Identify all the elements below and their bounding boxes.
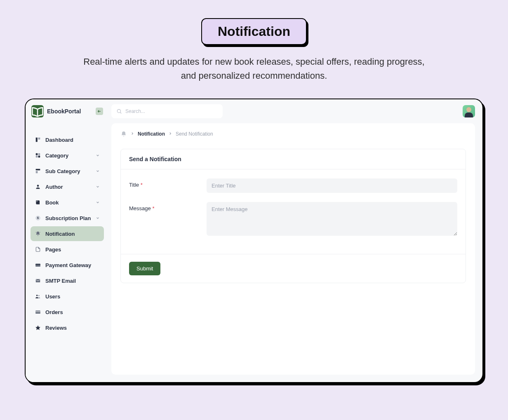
sidebar: EbookPortal Dashboard Category Sub Ca [26, 99, 108, 382]
svg-point-17 [36, 295, 38, 296]
svg-rect-5 [38, 153, 40, 155]
sidebar-item-label: Pages [45, 246, 61, 253]
title-input[interactable] [207, 178, 457, 193]
dollar-icon: $ [35, 215, 41, 221]
sidebar-item-reviews[interactable]: Reviews [31, 320, 104, 335]
submit-button[interactable]: Submit [129, 262, 160, 275]
svg-point-10 [37, 185, 39, 187]
sidebar-item-book[interactable]: Book [31, 195, 104, 210]
svg-rect-3 [38, 138, 40, 140]
book-open-icon [31, 105, 44, 117]
breadcrumb: Notification Send Notification [120, 131, 466, 137]
main-area: Notification Send Notification Send a No… [108, 99, 482, 382]
topbar [108, 99, 482, 123]
sidebar-item-users[interactable]: Users [31, 289, 104, 304]
breadcrumb-link[interactable]: Notification [138, 131, 165, 137]
title-label: Title * [129, 178, 207, 188]
search-icon [116, 108, 122, 114]
dashboard-icon [35, 136, 41, 143]
grid-icon [35, 152, 41, 159]
sidebar-item-label: Dashboard [45, 137, 73, 143]
sidebar-item-category[interactable]: Category [31, 148, 104, 163]
svg-point-18 [38, 295, 40, 296]
svg-rect-4 [36, 153, 38, 155]
form-row-message: Message * [129, 202, 457, 236]
sidebar-item-dashboard[interactable]: Dashboard [31, 132, 104, 147]
svg-rect-7 [38, 156, 40, 158]
sidebar-item-label: Category [45, 153, 68, 159]
sidebar-item-orders[interactable]: Orders [31, 305, 104, 319]
chevron-down-icon [96, 153, 100, 159]
brand-row: EbookPortal [31, 105, 104, 125]
sidebar-nav: Dashboard Category Sub Category Author [31, 132, 104, 335]
bell-icon [35, 230, 41, 237]
svg-rect-16 [36, 279, 40, 282]
svg-marker-21 [35, 325, 40, 330]
svg-rect-19 [35, 311, 40, 314]
form-row-title: Title * [129, 178, 457, 193]
star-icon [35, 324, 41, 331]
sidebar-item-notification[interactable]: Notification [31, 226, 104, 241]
arrow-left-icon [97, 109, 101, 113]
sidebar-item-pages[interactable]: Pages [31, 242, 104, 257]
sidebar-item-label: Sub Category [45, 168, 80, 174]
brand-name: EbookPortal [47, 108, 81, 115]
bell-icon [120, 131, 127, 137]
sidebar-item-smtp[interactable]: SMTP Email [31, 273, 104, 288]
svg-rect-20 [35, 312, 40, 312]
message-textarea[interactable] [207, 202, 457, 236]
svg-rect-2 [36, 138, 38, 142]
svg-point-22 [117, 110, 120, 113]
svg-rect-9 [36, 171, 38, 173]
sidebar-item-subscription[interactable]: $ Subscription Plan [31, 211, 104, 225]
svg-rect-11 [37, 201, 38, 202]
page-container: Notification Real-time alerts and update… [0, 0, 508, 420]
content-panel: Notification Send Notification Send a No… [111, 123, 475, 375]
sidebar-item-label: Subscription Plan [45, 215, 91, 221]
chevron-down-icon [96, 199, 100, 206]
svg-rect-15 [35, 264, 40, 265]
mail-icon [35, 277, 41, 284]
sidebar-item-label: Users [45, 293, 60, 300]
layout-icon [35, 168, 41, 174]
book-icon [35, 199, 41, 206]
chevron-down-icon [96, 215, 100, 221]
avatar[interactable] [463, 105, 475, 117]
chevron-down-icon [96, 168, 100, 174]
sidebar-item-label: Reviews [45, 325, 67, 331]
svg-rect-6 [36, 156, 38, 158]
search-box[interactable] [111, 104, 223, 118]
svg-line-23 [120, 113, 121, 114]
sidebar-collapse-button[interactable] [96, 108, 103, 115]
sidebar-item-label: SMTP Email [45, 278, 76, 284]
search-input[interactable] [125, 108, 218, 114]
sidebar-item-label: Notification [45, 231, 75, 237]
card-body: Title * Message * [121, 169, 466, 254]
app-frame: EbookPortal Dashboard Category Sub Ca [25, 99, 483, 383]
breadcrumb-current: Send Notification [176, 131, 213, 137]
page-subtitle: Real-time alerts and updates for new boo… [77, 55, 431, 83]
chevron-right-icon [168, 131, 172, 137]
sidebar-item-label: Book [45, 199, 59, 206]
message-label: Message * [129, 202, 207, 211]
sidebar-item-label: Author [45, 184, 63, 190]
svg-rect-8 [36, 169, 40, 171]
chevron-right-icon [130, 131, 134, 137]
chevron-down-icon [96, 184, 100, 190]
notification-form-card: Send a Notification Title * Message * Su… [120, 149, 466, 283]
card-title: Send a Notification [121, 149, 466, 169]
svg-rect-14 [35, 264, 40, 267]
users-icon [35, 293, 41, 300]
credit-card-icon [35, 262, 41, 268]
card-icon [35, 309, 41, 315]
page-title: Notification [201, 18, 307, 45]
svg-text:$: $ [37, 217, 39, 220]
header-section: Notification Real-time alerts and update… [21, 18, 487, 83]
sidebar-item-label: Orders [45, 309, 63, 315]
page-icon [35, 246, 41, 253]
sidebar-item-label: Payment Gateway [45, 262, 91, 268]
brand-logo [31, 105, 44, 117]
sidebar-item-subcategory[interactable]: Sub Category [31, 164, 104, 178]
sidebar-item-payment[interactable]: Payment Gateway [31, 258, 104, 272]
sidebar-item-author[interactable]: Author [31, 179, 104, 194]
